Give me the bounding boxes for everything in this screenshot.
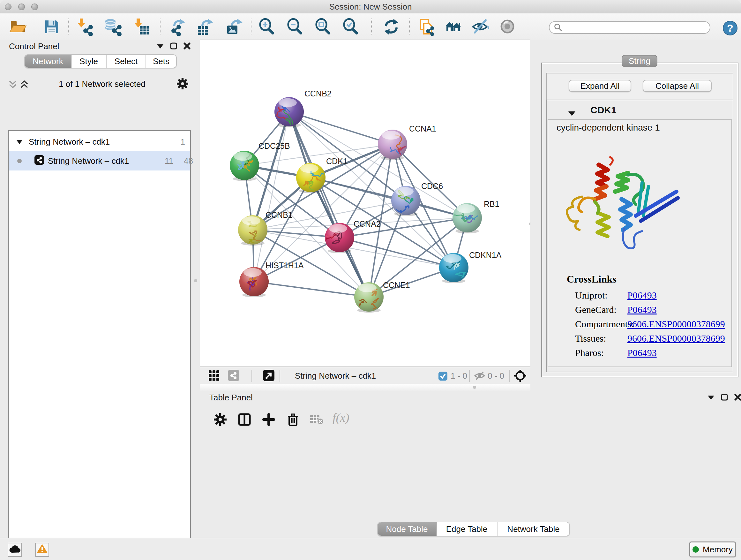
status-bar: Memory <box>0 538 741 560</box>
close-panel-icon[interactable] <box>734 393 741 401</box>
network-tree: String Network – cdk1 1 String Network –… <box>8 130 191 560</box>
help-button[interactable]: ? <box>721 18 740 38</box>
network-view-title: String Network – cdk1 <box>295 371 376 381</box>
open-in-window-icon[interactable] <box>263 370 274 384</box>
node-RB1[interactable]: RB1 <box>453 199 499 233</box>
table-panel-title: Table Panel <box>209 393 253 402</box>
toolbar-separator <box>160 18 160 35</box>
node-label-CCNA1: CCNA1 <box>409 124 436 133</box>
warnings-button[interactable] <box>35 543 49 557</box>
tab-edge-table[interactable]: Edge Table <box>436 522 497 536</box>
float-panel-icon[interactable] <box>707 394 715 400</box>
node-label-CDKN1A: CDKN1A <box>469 251 502 260</box>
node-label-HIST1H1A: HIST1H1A <box>266 261 304 270</box>
search-input[interactable] <box>549 21 711 34</box>
node-HIST1H1A[interactable]: HIST1H1A <box>239 261 304 297</box>
node-label-CDK1: CDK1 <box>326 157 347 166</box>
open-session-button[interactable] <box>8 17 27 37</box>
crosslink-label: Pharos: <box>575 348 604 358</box>
crosslink-value[interactable]: 9606.ENSP00000378699 <box>627 319 725 329</box>
crosslink-value[interactable]: P06493 <box>627 290 657 301</box>
tab-style[interactable]: Style <box>71 55 107 68</box>
toolbar-separator <box>280 370 280 382</box>
save-session-button[interactable] <box>42 17 61 37</box>
node-label-RB1: RB1 <box>484 199 499 208</box>
import-network-database-button[interactable] <box>104 17 123 37</box>
show-all-button[interactable] <box>498 17 517 37</box>
collapse-section-icon[interactable] <box>568 107 576 119</box>
show-columns-button[interactable] <box>237 412 252 427</box>
maximize-panel-icon[interactable] <box>721 393 728 401</box>
hidden-eye-icon <box>474 371 485 383</box>
tab-network[interactable]: Network <box>25 55 71 68</box>
zoom-selected-button[interactable] <box>341 17 360 37</box>
node-label-CDC6: CDC6 <box>421 182 443 191</box>
maximize-panel-icon[interactable] <box>170 42 178 50</box>
memory-button[interactable]: Memory <box>689 542 736 557</box>
tab-sets[interactable]: Sets <box>146 55 176 68</box>
export-image-button[interactable] <box>225 17 245 37</box>
left-splitter-handle[interactable] <box>194 279 197 282</box>
node-CDC25B[interactable]: CDC25B <box>230 141 290 181</box>
network-collection-row[interactable]: String Network – cdk1 1 <box>9 132 190 151</box>
crosslink-value[interactable]: P06493 <box>627 304 657 315</box>
toolbar-separator <box>409 18 410 35</box>
fit-selected-icon[interactable] <box>514 369 527 385</box>
export-table-button[interactable] <box>196 17 215 37</box>
crosslink-value[interactable]: 9606.ENSP00000378699 <box>627 333 725 344</box>
options-gear-icon[interactable] <box>177 78 188 92</box>
node-CDKN1A[interactable]: CDKN1A <box>439 251 502 283</box>
float-panel-icon[interactable] <box>156 43 164 49</box>
table-panel: Table Panel f(x) shared namenamecanonica… <box>200 391 741 538</box>
tab-string[interactable]: String <box>622 55 657 67</box>
network-view-canvas[interactable]: CCNB2 CCNA1 CDC25B CDK1 <box>200 40 530 367</box>
import-network-file-button[interactable] <box>75 17 94 37</box>
duplicate-network-button[interactable] <box>417 17 436 37</box>
node-CCNE1[interactable]: CCNE1 <box>354 281 410 313</box>
crosslink-label: Compartments: <box>575 319 634 329</box>
grid-mode-icon[interactable] <box>209 370 220 384</box>
node-label-CCNB1: CCNB1 <box>266 210 293 219</box>
close-panel-icon[interactable] <box>183 42 191 50</box>
toolbar-separator <box>509 370 510 382</box>
toolbar-separator <box>469 370 470 382</box>
edge-CCNB2-CCNA1[interactable] <box>289 112 393 144</box>
network-row-selected[interactable]: String Network – cdk1 11 48 <box>9 151 190 171</box>
import-table-button[interactable] <box>132 17 151 37</box>
refresh-button[interactable] <box>382 17 401 37</box>
export-network-button[interactable] <box>169 17 188 37</box>
tab-select[interactable]: Select <box>107 55 146 68</box>
cloud-status-button[interactable] <box>8 543 22 557</box>
delete-column-button[interactable] <box>285 412 300 427</box>
node-CCNA1[interactable]: CCNA1 <box>378 124 436 160</box>
application-window: Session: New Session ? Control Panel Net… <box>0 0 741 560</box>
zoom-fit-button[interactable] <box>313 17 333 37</box>
add-column-button[interactable] <box>261 412 276 427</box>
protein-structure-image <box>559 152 687 255</box>
network-mode-icon[interactable] <box>228 370 239 384</box>
node-label-CDC25B: CDC25B <box>259 141 290 150</box>
control-panel: Control Panel NetworkStyleSelectSets 1 o… <box>0 40 200 538</box>
tab-network-table[interactable]: Network Table <box>497 522 569 536</box>
tab-node-table[interactable]: Node Table <box>378 522 436 536</box>
selected-nodes-checkbox[interactable] <box>439 371 448 383</box>
network-view-toolbar: String Network – cdk11 - 00 - 0 <box>200 367 530 384</box>
crosslink-value[interactable]: P06493 <box>627 348 657 358</box>
gene-name: CDK1 <box>590 105 616 116</box>
toolbar-separator <box>68 18 69 35</box>
toolbar-separator <box>251 18 252 35</box>
settings-gear-button[interactable] <box>212 412 228 427</box>
crosslinks-title: CrossLinks <box>567 273 616 285</box>
zoom-in-button[interactable] <box>257 17 276 37</box>
network-overview-button[interactable] <box>444 17 463 37</box>
title-bar[interactable]: Session: New Session <box>0 0 741 14</box>
edge-CCNB2-HIST1H1A[interactable] <box>254 112 289 282</box>
collapse-all-button[interactable]: Collapse All <box>643 80 712 92</box>
toolbar-separator <box>371 18 372 35</box>
hide-selected-button[interactable] <box>471 17 490 37</box>
edge-HIST1H1A-CCNE1[interactable] <box>254 282 369 297</box>
expand-all-button[interactable]: Expand All <box>569 80 631 92</box>
function-builder-button: f(x) <box>333 411 349 425</box>
zoom-out-button[interactable] <box>285 17 305 37</box>
toolbar-separator <box>252 370 252 382</box>
